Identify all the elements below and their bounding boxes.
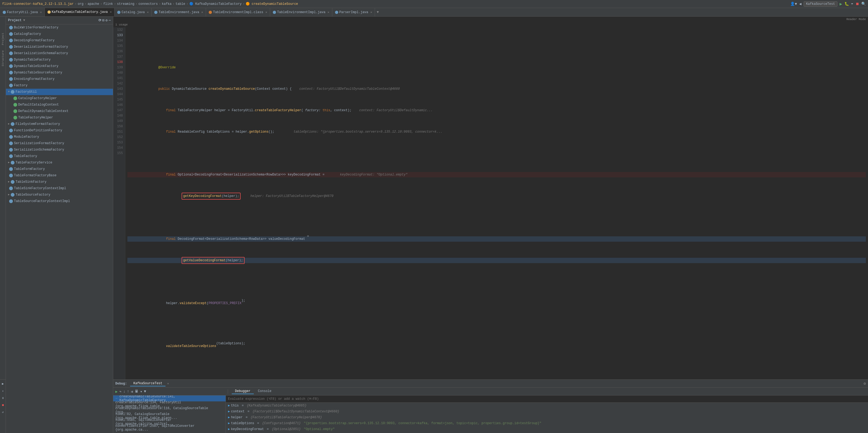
reader-mode-label[interactable]: Reader Mode: [846, 18, 866, 21]
step-into-icon[interactable]: ↓: [123, 389, 125, 394]
var-arrow[interactable]: ▶: [228, 415, 230, 420]
run-to-cursor-icon[interactable]: ⇉: [131, 389, 133, 394]
breadcrumb-jar[interactable]: flink-connector-kafka_2.12-1.13.1.jar: [2, 2, 73, 6]
ln-144: 144: [115, 92, 123, 97]
var-arrow[interactable]: ▶: [228, 427, 230, 432]
tab-parser-impl[interactable]: ParserImpl.java ✕: [332, 8, 375, 16]
debug-settings-gear[interactable]: ⚙: [864, 381, 866, 386]
code-line-138: final Optional<DecodingFormat<Deserializ…: [127, 172, 866, 177]
debug-run-icon[interactable]: 🐛: [844, 2, 849, 6]
settings-icon[interactable]: ⚙: [105, 18, 107, 23]
breadcrumb-apache[interactable]: apache: [88, 2, 99, 6]
sidebar-item-table-source-context-impl[interactable]: TableSourceFactoryContextImpl: [6, 198, 113, 204]
expression-input[interactable]: [228, 397, 866, 401]
breadcrumb-streaming[interactable]: streaming: [117, 2, 134, 6]
sidebar-item-table-form-factory[interactable]: TableFormFactory: [6, 166, 113, 172]
debug-tab-close[interactable]: ✕: [167, 382, 169, 385]
sidebar-item-table-factory-helper[interactable]: TableFactoryHelper: [6, 114, 113, 121]
run-icon[interactable]: ▶: [840, 1, 842, 7]
debug-inner-tab-console[interactable]: Console: [255, 389, 275, 394]
search-icon[interactable]: 🔍: [861, 2, 866, 6]
breadcrumb-method[interactable]: 🟠 createDynamicTableSource: [246, 2, 298, 6]
tab-table-env-impl[interactable]: TableEnvironmentImpl.java ✕: [270, 8, 332, 16]
debug-frame-5[interactable]: convertIdentifier:2507, SqlToRelConverte…: [113, 425, 225, 431]
code-content[interactable]: 132 133 134 135 136 137 138 139 140 141 …: [113, 27, 868, 379]
ln-139: 139: [115, 65, 123, 70]
tab-close-factory-util[interactable]: ✕: [40, 10, 42, 14]
sidebar-item-deserialization-schema[interactable]: DeserializationSchemaFactory: [6, 50, 113, 57]
sync-icon[interactable]: ⟳: [98, 18, 101, 23]
breadcrumb-connectors[interactable]: connectors: [138, 2, 158, 6]
run-config-selector[interactable]: KafkaSourceTest: [804, 1, 837, 7]
sidebar-item-encoding-format[interactable]: EncodingFormatFactory: [6, 76, 113, 82]
sidebar-item-decoding-format[interactable]: DecodingFormatFactory: [6, 37, 113, 44]
tab-close-table-env-impl[interactable]: ✕: [328, 10, 330, 14]
tab-close-parser-impl[interactable]: ✕: [370, 10, 372, 14]
debug-tab-kafka[interactable]: KafkaSourceTest: [130, 381, 165, 387]
tab-catalog[interactable]: Catalog.java ✕: [115, 8, 152, 16]
sidebar-item-default-dynamic-table-context[interactable]: DefaultDynamicTableContext: [6, 108, 113, 114]
sidebar-item-table-sink-factory[interactable]: ▶ TableSinkFactory: [6, 179, 113, 185]
sidebar-item-factory[interactable]: Factory: [6, 82, 113, 89]
tab-table-env[interactable]: TableEnvironment.java ✕: [152, 8, 206, 16]
step-over-icon[interactable]: ↷: [119, 389, 121, 394]
breadcrumb-kafka[interactable]: kafka: [162, 2, 172, 6]
profile-icon[interactable]: 👤▼: [790, 2, 797, 6]
sidebar-item-module-factory[interactable]: ModuleFactory: [6, 134, 113, 140]
sidebar-item-filesystem-format[interactable]: ▶ FileSystemFormatFactory: [6, 121, 113, 127]
evaluate-icon[interactable]: 🖩: [135, 389, 138, 394]
var-arrow[interactable]: ▶: [228, 403, 230, 408]
var-arrow[interactable]: ▶: [228, 421, 230, 426]
debug-rerun-btn[interactable]: ↺: [1, 409, 4, 415]
tab-table-env-impl-class[interactable]: TableEnvironmentImpl.class ✕: [206, 8, 270, 16]
tab-overflow-icon[interactable]: ▼: [375, 10, 380, 14]
sidebar-item-table-factory-service[interactable]: ▶ TableFactoryService: [6, 159, 113, 166]
debug-step-btn[interactable]: ⬇: [1, 389, 4, 394]
sidebar-item-bulk-writer[interactable]: BulkWriterFormatFactory: [6, 24, 113, 31]
breadcrumb-flink[interactable]: flink: [103, 2, 113, 6]
sidebar-dropdown-icon[interactable]: ▼: [23, 19, 25, 22]
expand-arrow: ▶: [8, 179, 10, 185]
sidebar-item-table-factory[interactable]: TableFactory: [6, 153, 113, 159]
structure-strip-label[interactable]: Structure: [1, 51, 5, 66]
sidebar-item-function-def[interactable]: FunctionDefinitionFactory: [6, 127, 113, 134]
tab-close-catalog[interactable]: ✕: [147, 10, 149, 14]
sidebar-item-dynamic-table-source[interactable]: DynamicTableSourceFactory: [6, 69, 113, 76]
resume-icon[interactable]: ▶: [115, 389, 118, 394]
sidebar-item-dynamic-table-sink[interactable]: DynamicTableSinkFactory: [6, 63, 113, 69]
sidebar-item-deserialization-format[interactable]: DeserializationFormatFactory: [6, 44, 113, 50]
breadcrumb-class[interactable]: 🔵 KafkaDynamicTableFactory: [189, 2, 242, 6]
tab-close-kafka-dynamic[interactable]: ✕: [110, 10, 112, 14]
breadcrumb-table[interactable]: table: [176, 2, 185, 6]
sidebar-item-factory-util[interactable]: ▼ FactoryUtil: [6, 89, 113, 95]
sidebar-item-serialization-format[interactable]: SerializationFormatFactory: [6, 140, 113, 146]
debug-inner-tab-debugger[interactable]: Debugger: [232, 389, 254, 394]
tab-kafka-dynamic[interactable]: KafkaDynamicTableFactory.java ✕: [45, 8, 115, 16]
debug-play-btn[interactable]: ▶: [1, 381, 4, 387]
stop-icon[interactable]: ⏹: [856, 2, 859, 6]
ln-140: 140: [115, 70, 123, 75]
collapse-icon[interactable]: ⊟: [102, 18, 104, 23]
step-out-icon[interactable]: ↑: [127, 389, 129, 394]
debug-pause-btn[interactable]: ⏸: [1, 396, 5, 401]
sidebar-item-table-source-factory[interactable]: ▶ TableSourceFactory: [6, 192, 113, 198]
breadcrumb-org[interactable]: org: [78, 2, 84, 6]
tab-factory-util[interactable]: FactoryUtil.java ✕: [0, 8, 45, 16]
minus-icon[interactable]: —: [108, 18, 111, 23]
filter-icon[interactable]: ▾: [140, 389, 142, 394]
sidebar-item-default-catalog-context[interactable]: DefaultCatalogContext: [6, 102, 113, 108]
var-arrow[interactable]: ▶: [228, 409, 230, 414]
sidebar-item-serialization-schema[interactable]: SerializationSchemaFactory: [6, 146, 113, 153]
sidebar-item-catalog-factory-helper[interactable]: CatalogFactoryHelper: [6, 95, 113, 102]
sidebar-item-table-format-factory-base[interactable]: TableFormatFactoryBase: [6, 172, 113, 179]
nav-back-icon[interactable]: ◀: [799, 2, 801, 6]
tab-close-table-env-impl-class[interactable]: ✕: [265, 10, 267, 14]
coverage-icon[interactable]: ☂: [851, 2, 853, 6]
filter-dropdown[interactable]: ▼: [144, 389, 146, 394]
tab-close-table-env[interactable]: ✕: [202, 10, 203, 14]
sidebar-item-dynamic-table-factory[interactable]: DynamicTableFactory: [6, 57, 113, 63]
project-strip-label[interactable]: Project: [1, 33, 5, 45]
sidebar-item-catalog-factory[interactable]: CatalogFactory: [6, 31, 113, 37]
debug-stop-btn[interactable]: ⏹: [1, 402, 5, 408]
sidebar-item-table-sink-context-impl[interactable]: TableSinkFactoryContextImpl: [6, 185, 113, 192]
